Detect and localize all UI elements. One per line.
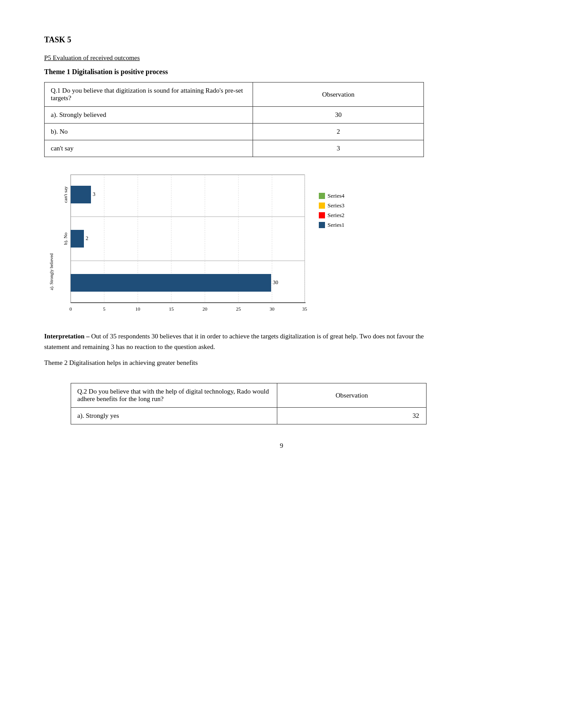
table1-row-2: b). No 2 (45, 124, 424, 140)
table2-row-1: a). Strongly yes 32 (71, 408, 427, 424)
svg-text:20: 20 (203, 306, 208, 311)
svg-text:2: 2 (86, 235, 88, 241)
svg-text:10: 10 (136, 306, 141, 311)
legend-series3-icon (319, 203, 325, 209)
svg-text:3: 3 (93, 191, 95, 197)
theme1-title: Theme 1 Digitalisation is positive proce… (44, 68, 519, 76)
bar-strongly-believed (71, 274, 271, 292)
chart1-container: can't say b). No a). Strongly believed 3… (44, 170, 344, 320)
table1-label-3: can't say (45, 140, 253, 157)
chart1-legend: Series4 Series3 Series2 Series1 (319, 192, 344, 231)
table1: Q.1 Do you believe that digitization is … (44, 82, 424, 157)
svg-text:0: 0 (69, 306, 72, 311)
svg-text:15: 15 (169, 306, 174, 311)
table2: Q.2 Do you believe that with the help of… (71, 383, 427, 424)
svg-text:5: 5 (103, 306, 106, 311)
section-link[interactable]: P5 Evaluation of received outcomes (44, 54, 519, 62)
legend-series2-label: Series2 (328, 212, 344, 219)
table1-row-3: can't say 3 (45, 140, 424, 157)
chart1-svg: can't say b). No a). Strongly believed 3… (44, 170, 311, 320)
interpretation-text: Out of 35 respondents 30 believes that i… (44, 333, 424, 350)
svg-text:25: 25 (236, 306, 242, 311)
table1-obs-header: Observation (253, 83, 424, 107)
legend-series4-label: Series4 (328, 192, 344, 199)
theme2-title: Theme 2 Digitalisation helps in achievin… (44, 359, 519, 367)
svg-text:can't say: can't say (63, 186, 68, 203)
table1-label-2: b). No (45, 124, 253, 140)
svg-text:35: 35 (302, 306, 308, 311)
table2-label-1: a). Strongly yes (71, 408, 277, 424)
legend-series1-label: Series1 (328, 221, 344, 229)
task-title: TASK 5 (44, 35, 519, 45)
legend-series2-icon (319, 212, 325, 218)
table2-header-row: Q.2 Do you believe that with the help of… (71, 383, 427, 408)
table2-question-header: Q.2 Do you believe that with the help of… (71, 383, 277, 408)
interpretation: Interpretation – Out of 35 respondents 3… (44, 331, 448, 352)
table1-value-1: 30 (253, 107, 424, 124)
legend-series3-label: Series3 (328, 202, 344, 209)
table1-row-1: a). Strongly believed 30 (45, 107, 424, 124)
svg-text:b). No: b). No (63, 232, 68, 245)
bar-cant-say (71, 186, 91, 203)
table1-question-header: Q.1 Do you believe that digitization is … (45, 83, 253, 107)
svg-text:30: 30 (270, 306, 275, 311)
interpretation-label: Interpretation – (44, 333, 90, 340)
svg-text:a). Strongly believed: a). Strongly believed (49, 253, 54, 290)
legend-series1-icon (319, 222, 325, 228)
table1-value-2: 2 (253, 124, 424, 140)
table2-obs-header: Observation (277, 383, 427, 408)
table1-header-row: Q.1 Do you believe that digitization is … (45, 83, 424, 107)
bar-no (71, 230, 84, 248)
table2-value-1: 32 (277, 408, 427, 424)
page-number: 9 (44, 442, 519, 450)
legend-series4-icon (319, 193, 325, 199)
table1-value-3: 3 (253, 140, 424, 157)
svg-text:30: 30 (273, 279, 278, 285)
table1-label-1: a). Strongly believed (45, 107, 253, 124)
